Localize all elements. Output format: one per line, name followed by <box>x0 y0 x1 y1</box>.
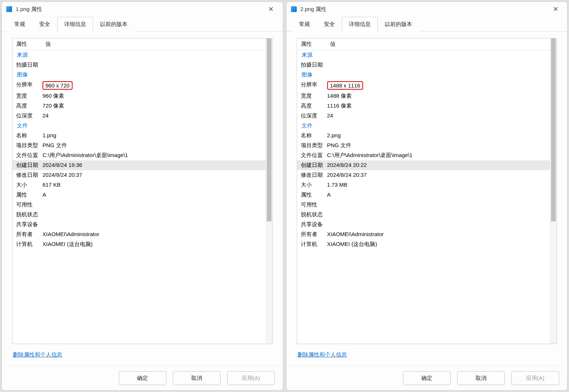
table-row[interactable]: 修改日期2024/8/24 20:37 <box>12 170 266 180</box>
property-name: 所有者 <box>12 231 42 238</box>
table-row[interactable]: 文件位置C:\用户\Administrator\桌面\image\1 <box>297 150 550 160</box>
table-row[interactable]: 分辨率1488 x 1116 <box>297 80 550 91</box>
titlebar[interactable]: 2.png 属性 ✕ <box>287 2 568 16</box>
property-name: 创建日期 <box>297 162 326 169</box>
property-value: A <box>42 191 266 198</box>
table-row[interactable]: 位深度24 <box>12 111 266 121</box>
header-value[interactable]: 值 <box>42 38 266 50</box>
table-row[interactable]: 共享设备 <box>12 220 266 229</box>
table-row[interactable]: 创建日期2024/8/24 20:22 <box>297 160 550 170</box>
scrollbar[interactable] <box>550 38 557 344</box>
table-row[interactable]: 名称1.png <box>12 131 266 141</box>
table-row[interactable]: 分辨率960 x 720 <box>12 80 266 91</box>
tab-bar: 常规 安全 详细信息 以前的版本 <box>287 16 568 31</box>
table-row[interactable]: 大小617 KB <box>12 180 266 190</box>
property-name: 修改日期 <box>12 172 42 179</box>
property-list: 属性 值 来源拍摄日期图像分辨率960 x 720宽度960 像素高度720 像… <box>12 38 273 344</box>
property-value <box>326 201 550 208</box>
property-name: 拍摄日期 <box>12 61 42 68</box>
table-row[interactable]: 所有者XIAOMEI\Administrator <box>12 229 266 239</box>
table-row[interactable]: 宽度1488 像素 <box>297 91 550 101</box>
table-row[interactable]: 拍摄日期 <box>12 60 266 70</box>
property-name: 宽度 <box>12 93 42 100</box>
property-value: 2024/8/24 20:22 <box>326 162 550 169</box>
file-icon <box>291 6 297 12</box>
file-icon <box>6 6 12 12</box>
table-row[interactable]: 计算机XIAOMEI (这台电脑) <box>12 239 266 249</box>
cancel-button[interactable]: 取消 <box>457 371 505 385</box>
cancel-button[interactable]: 取消 <box>173 371 221 385</box>
section-label: 文件 <box>297 121 550 131</box>
property-value: 720 像素 <box>42 102 266 109</box>
property-value <box>326 211 550 218</box>
section-label: 来源 <box>297 50 550 60</box>
remove-properties-link[interactable]: 删除属性和个人信息 <box>298 351 557 358</box>
property-name: 宽度 <box>297 93 326 100</box>
button-bar: 确定 取消 应用(A) <box>287 366 568 390</box>
tab-general[interactable]: 常规 <box>7 17 32 31</box>
property-value: 960 x 720 <box>42 81 266 90</box>
header-property[interactable]: 属性 <box>12 38 42 50</box>
window-title: 1.png 属性 <box>16 6 264 13</box>
tab-details[interactable]: 详细信息 <box>342 17 378 31</box>
button-bar: 确定 取消 应用(A) <box>2 366 283 390</box>
close-icon[interactable]: ✕ <box>264 5 278 13</box>
properties-dialog-1: 1.png 属性 ✕ 常规 安全 详细信息 以前的版本 属性 值 来源拍摄日期图… <box>1 1 283 391</box>
property-name: 文件位置 <box>12 152 42 159</box>
tab-details[interactable]: 详细信息 <box>57 17 93 31</box>
scrollbar-thumb[interactable] <box>551 38 556 221</box>
header-property[interactable]: 属性 <box>297 38 326 50</box>
titlebar[interactable]: 1.png 属性 ✕ <box>2 2 283 16</box>
property-value: XIAOMEI\Administrator <box>42 231 266 238</box>
table-row[interactable]: 高度1116 像素 <box>297 101 550 111</box>
window-title: 2.png 属性 <box>300 6 548 13</box>
tab-security[interactable]: 安全 <box>32 17 57 31</box>
property-name: 创建日期 <box>12 162 42 169</box>
table-row[interactable]: 位深度24 <box>297 111 550 121</box>
property-value: 1.73 MB <box>326 182 550 188</box>
header-value[interactable]: 值 <box>326 38 550 50</box>
property-name: 大小 <box>297 182 326 188</box>
tab-general[interactable]: 常规 <box>292 17 317 31</box>
tab-previous-versions[interactable]: 以前的版本 <box>378 17 419 31</box>
table-row[interactable]: 属性A <box>12 190 266 200</box>
table-row[interactable]: 创建日期2024/8/24 19:36 <box>12 160 266 170</box>
table-row[interactable]: 属性A <box>297 190 550 200</box>
table-row[interactable]: 大小1.73 MB <box>297 180 550 190</box>
property-value: A <box>326 191 550 198</box>
scrollbar[interactable] <box>266 38 272 344</box>
section-label: 图像 <box>12 70 266 80</box>
property-name: 分辨率 <box>12 81 42 90</box>
remove-properties-link[interactable]: 删除属性和个人信息 <box>13 351 273 358</box>
close-icon[interactable]: ✕ <box>548 5 563 13</box>
table-row[interactable]: 计算机XIAOMEI (这台电脑) <box>297 239 550 249</box>
property-name: 共享设备 <box>297 221 326 228</box>
tab-security[interactable]: 安全 <box>317 17 342 31</box>
property-value: 24 <box>326 112 550 119</box>
table-row[interactable]: 脱机状态 <box>12 210 266 220</box>
table-row[interactable]: 项目类型PNG 文件 <box>297 141 550 150</box>
table-row[interactable]: 脱机状态 <box>297 210 550 220</box>
scrollbar-thumb[interactable] <box>267 38 271 221</box>
property-name: 名称 <box>12 132 42 139</box>
table-row[interactable]: 可用性 <box>297 200 550 210</box>
table-row[interactable]: 文件位置C:\用户\Administrator\桌面\image\1 <box>12 150 266 160</box>
table-row[interactable]: 拍摄日期 <box>297 60 550 70</box>
ok-button[interactable]: 确定 <box>403 371 451 385</box>
apply-button[interactable]: 应用(A) <box>511 371 559 385</box>
table-row[interactable]: 修改日期2024/8/24 20:37 <box>297 170 550 180</box>
ok-button[interactable]: 确定 <box>119 371 166 385</box>
table-row[interactable]: 可用性 <box>12 200 266 210</box>
table-row[interactable]: 宽度960 像素 <box>12 91 266 101</box>
table-row[interactable]: 所有者XIAOMEI\Administrator <box>297 229 550 239</box>
property-value: 1116 像素 <box>326 102 550 109</box>
property-name: 属性 <box>297 191 326 198</box>
property-value: 1.png <box>42 132 266 139</box>
table-row[interactable]: 高度720 像素 <box>12 101 266 111</box>
table-row[interactable]: 共享设备 <box>297 220 550 229</box>
table-row[interactable]: 项目类型PNG 文件 <box>12 141 266 150</box>
apply-button[interactable]: 应用(A) <box>227 371 275 385</box>
table-header: 属性 值 <box>297 38 550 50</box>
table-row[interactable]: 名称2.png <box>297 131 550 141</box>
tab-previous-versions[interactable]: 以前的版本 <box>93 17 134 31</box>
